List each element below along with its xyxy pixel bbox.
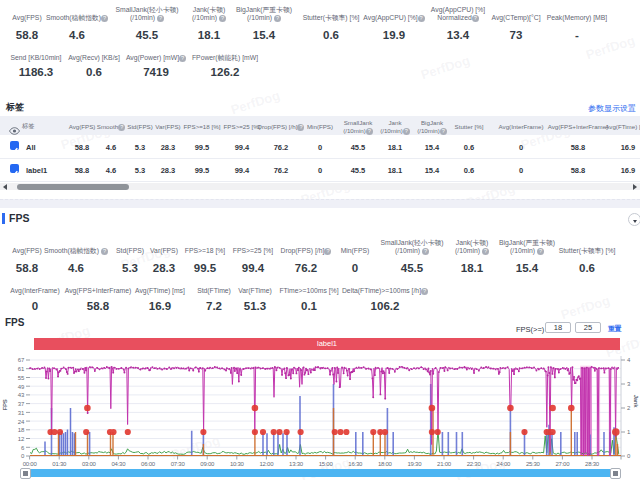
svg-text:3: 3: [627, 381, 631, 387]
svg-text:19:30: 19:30: [408, 461, 423, 467]
svg-text:28:30: 28:30: [585, 461, 600, 467]
svg-text:24:00: 24:00: [496, 461, 511, 467]
svg-text:16:30: 16:30: [348, 461, 363, 467]
svg-text:Jank: Jank: [633, 395, 639, 409]
svg-text:12:00: 12:00: [260, 461, 275, 467]
svg-text:07:30: 07:30: [171, 461, 186, 467]
svg-text:43: 43: [18, 392, 25, 398]
svg-text:49: 49: [18, 384, 25, 390]
svg-text:09:00: 09:00: [200, 461, 215, 467]
svg-text:03:00: 03:00: [82, 461, 97, 467]
svg-text:06:00: 06:00: [141, 461, 156, 467]
svg-text:12: 12: [18, 436, 25, 442]
svg-text:21:00: 21:00: [437, 461, 452, 467]
svg-text:00:00: 00:00: [23, 461, 38, 467]
svg-text:04:30: 04:30: [112, 461, 127, 467]
svg-text:0: 0: [627, 453, 631, 459]
svg-text:18:00: 18:00: [378, 461, 393, 467]
svg-text:0: 0: [21, 453, 25, 459]
svg-text:2: 2: [627, 405, 631, 411]
svg-text:55: 55: [18, 375, 25, 381]
svg-text:22:30: 22:30: [467, 461, 482, 467]
svg-text:67: 67: [18, 357, 25, 363]
svg-text:15:00: 15:00: [319, 461, 334, 467]
svg-text:18: 18: [18, 427, 25, 433]
svg-text:61: 61: [18, 366, 25, 372]
svg-text:27:00: 27:00: [556, 461, 571, 467]
svg-text:4: 4: [627, 357, 631, 363]
svg-text:1: 1: [627, 429, 631, 435]
svg-text:25:30: 25:30: [526, 461, 541, 467]
svg-text:31: 31: [18, 410, 25, 416]
svg-text:13:30: 13:30: [289, 461, 304, 467]
svg-text:10:30: 10:30: [230, 461, 245, 467]
svg-text:FPS: FPS: [2, 399, 8, 410]
svg-text:6: 6: [21, 445, 25, 451]
svg-text:24: 24: [18, 419, 25, 425]
svg-text:01:30: 01:30: [52, 461, 67, 467]
svg-text:37: 37: [18, 401, 25, 407]
